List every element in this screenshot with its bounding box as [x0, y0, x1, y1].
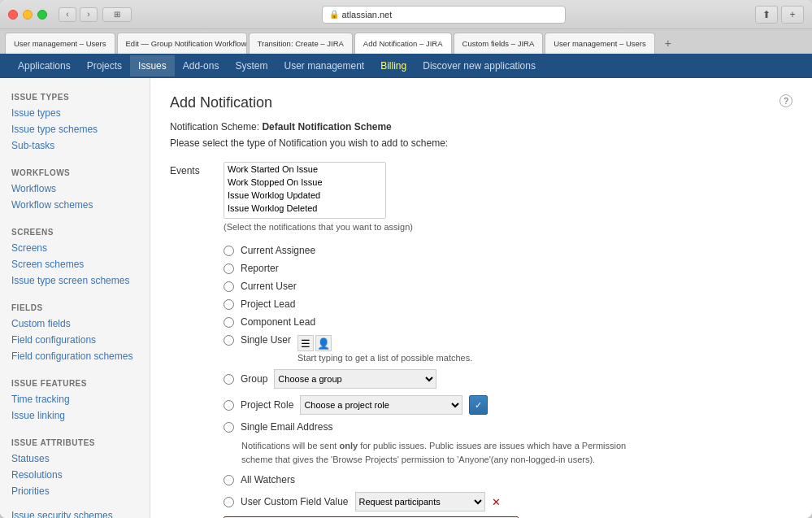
radio-current-user: Current User: [224, 281, 792, 292]
radio-project-role-label: Project Role: [241, 399, 293, 411]
radio-user-custom-field-row: User Custom Field Value Request particip…: [224, 492, 792, 511]
sidebar-section-screens: SCREENS: [0, 221, 150, 240]
scheme-name: Default Notification Scheme: [262, 121, 391, 133]
radio-current-assignee-input[interactable]: [224, 246, 234, 256]
sidebar-link-field-configuration-schemes[interactable]: Field configuration schemes: [0, 348, 150, 364]
radio-all-watchers-label: All Watchers: [241, 474, 295, 485]
user-avatar-icon[interactable]: 👤: [315, 335, 332, 351]
app-navigation: Applications Projects Issues Add-ons Sys…: [0, 54, 812, 78]
radio-single-user-label: Single User: [241, 334, 291, 346]
role-select[interactable]: Choose a project role: [300, 395, 462, 415]
browser-tab-6[interactable]: User management – Users: [545, 33, 655, 54]
browser-window: ‹ › ⊞ 🔒 atlassian.net ⬆ + User managemen…: [0, 0, 812, 518]
radio-project-role-row: Project Role Choose a project role ✓: [224, 395, 792, 415]
nav-applications[interactable]: Applications: [10, 55, 79, 76]
browser-tab-4[interactable]: Add Notification – JIRA: [354, 33, 452, 54]
sidebar-section-workflows: WORKFLOWS: [0, 162, 150, 181]
nav-projects[interactable]: Projects: [79, 55, 130, 76]
sidebar-link-statuses[interactable]: Statuses: [0, 451, 150, 467]
events-label: Events: [170, 162, 211, 232]
radio-reporter-input[interactable]: [224, 263, 234, 274]
radio-project-lead-input[interactable]: [224, 299, 234, 310]
events-row: Events Work Started On Issue Work Stoppe…: [170, 162, 792, 232]
browser-tab-1[interactable]: User management – Users: [5, 33, 115, 54]
role-select-button[interactable]: ✓: [469, 395, 488, 415]
radio-single-email-input[interactable]: [224, 422, 234, 433]
sidebar-link-priorities[interactable]: Priorities: [0, 483, 150, 499]
radio-current-assignee: Current Assignee: [224, 245, 792, 256]
sidebar-link-screen-schemes[interactable]: Screen schemes: [0, 256, 150, 272]
radio-current-user-label: Current User: [241, 281, 297, 292]
events-select[interactable]: Work Started On Issue Work Stopped On Is…: [224, 162, 386, 219]
user-custom-field-select[interactable]: Request participants: [355, 492, 485, 511]
sidebar-link-issue-linking[interactable]: Issue linking: [0, 407, 150, 424]
radio-project-role-input[interactable]: [224, 400, 234, 411]
forward-button[interactable]: ›: [80, 7, 98, 22]
radio-project-lead-label: Project Lead: [241, 298, 295, 310]
sidebar-link-issue-security-schemes[interactable]: Issue security schemes: [0, 507, 150, 518]
help-icon[interactable]: ?: [779, 94, 792, 107]
sidebar-link-screens[interactable]: Screens: [0, 240, 150, 256]
titlebar: ‹ › ⊞ 🔒 atlassian.net ⬆ +: [0, 0, 812, 29]
url-bar[interactable]: 🔒 atlassian.net: [322, 6, 566, 24]
radio-group-input[interactable]: [224, 374, 234, 385]
sidebar-link-issue-types[interactable]: Issue types: [0, 105, 150, 121]
browser-tab-3[interactable]: Transition: Create – JIRA: [249, 33, 353, 54]
sidebar-section-issue-features: ISSUE FEATURES: [0, 372, 150, 391]
close-button[interactable]: [8, 10, 18, 20]
radio-single-user: Single User: [224, 334, 291, 346]
radio-options: Current Assignee Reporter Current User P…: [224, 245, 792, 518]
radio-reporter-label: Reporter: [241, 263, 279, 274]
radio-all-watchers-input[interactable]: [224, 475, 234, 485]
view-button[interactable]: ⊞: [102, 7, 132, 22]
sidebar-link-sub-tasks[interactable]: Sub-tasks: [0, 137, 150, 154]
sidebar-link-issue-type-screen-schemes[interactable]: Issue type screen schemes: [0, 272, 150, 289]
back-button[interactable]: ‹: [59, 7, 76, 22]
user-picker-hint: Start typing to get a list of possible m…: [297, 353, 472, 363]
sidebar-link-resolutions[interactable]: Resolutions: [0, 467, 150, 483]
radio-group-label: Group: [241, 373, 267, 385]
radio-all-watchers: All Watchers: [224, 474, 792, 485]
sidebar-link-issue-type-schemes[interactable]: Issue type schemes: [0, 121, 150, 137]
browser-tab-5[interactable]: Custom fields – JIRA: [454, 33, 544, 54]
radio-user-custom-field-input[interactable]: [224, 497, 234, 507]
nav-discover[interactable]: Discover new applications: [415, 55, 544, 76]
share-button[interactable]: ⬆: [755, 6, 778, 24]
sidebar-link-custom-fields[interactable]: Custom fields: [0, 316, 150, 332]
sidebar-section-issue-attributes: ISSUE ATTRIBUTES: [0, 432, 150, 451]
new-tab-button[interactable]: +: [781, 6, 804, 24]
nav-system[interactable]: System: [227, 55, 276, 76]
radio-group-row: Group Choose a group: [224, 369, 792, 389]
content-area: ISSUE TYPES Issue types Issue type schem…: [0, 78, 812, 518]
radio-reporter: Reporter: [224, 263, 792, 274]
browser-tabs: User management – Users Edit — Group Not…: [0, 29, 812, 54]
sidebar-section-fields: FIELDS: [0, 297, 150, 316]
user-custom-field-clear[interactable]: ✕: [492, 496, 501, 508]
instruction-text: Please select the type of Notification y…: [170, 137, 792, 149]
public-notice: Notifications will be sent only for publ…: [241, 439, 632, 466]
radio-single-email: Single Email Address: [224, 421, 792, 433]
sidebar-link-field-configurations[interactable]: Field configurations: [0, 332, 150, 348]
radio-single-user-input[interactable]: [224, 335, 234, 346]
radio-current-user-input[interactable]: [224, 281, 234, 292]
minimize-button[interactable]: [23, 10, 33, 20]
browser-tab-2[interactable]: Edit — Group Notification Workflow...: [117, 33, 247, 54]
group-select[interactable]: Choose a group: [274, 369, 436, 389]
nav-issues[interactable]: Issues: [130, 55, 175, 76]
sidebar-link-workflow-schemes[interactable]: Workflow schemes: [0, 197, 150, 213]
radio-component-lead-input[interactable]: [224, 317, 234, 328]
nav-user-management[interactable]: User management: [276, 55, 372, 76]
new-browser-tab-button[interactable]: +: [657, 33, 675, 54]
sidebar-section-issue-types: ISSUE TYPES: [0, 86, 150, 105]
maximize-button[interactable]: [37, 10, 47, 20]
main-content: Add Notification ? Notification Scheme: …: [150, 78, 812, 518]
radio-component-lead: Component Lead: [224, 316, 792, 328]
page-title: Add Notification: [170, 94, 272, 111]
radio-current-assignee-label: Current Assignee: [241, 245, 315, 256]
nav-addons[interactable]: Add-ons: [175, 55, 228, 76]
nav-billing[interactable]: Billing: [372, 55, 415, 76]
sidebar-link-time-tracking[interactable]: Time tracking: [0, 391, 150, 407]
sidebar-link-workflows[interactable]: Workflows: [0, 181, 150, 197]
sidebar: ISSUE TYPES Issue types Issue type schem…: [0, 78, 150, 518]
user-list-icon[interactable]: ☰: [297, 335, 314, 351]
